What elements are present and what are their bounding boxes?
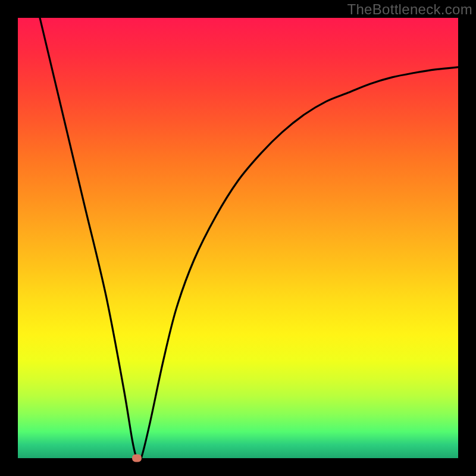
watermark-text: TheBottleneck.com xyxy=(347,1,472,18)
optimal-point-marker xyxy=(132,455,142,462)
curve-path xyxy=(40,18,458,458)
bottleneck-curve xyxy=(18,18,458,458)
plot-area xyxy=(18,18,458,458)
chart-frame: TheBottleneck.com xyxy=(0,0,476,476)
